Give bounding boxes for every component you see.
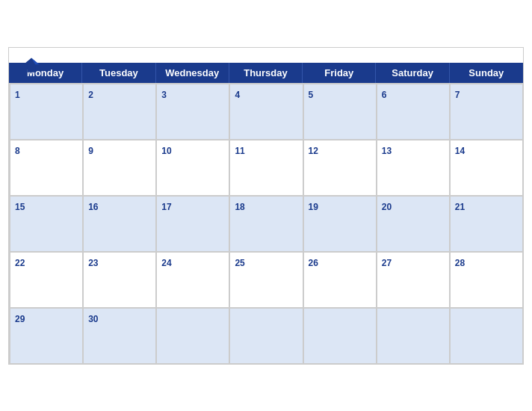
- calendar-cell: 19: [303, 196, 377, 252]
- calendar-cell: 13: [377, 140, 450, 196]
- calendar-cell: 7: [450, 84, 523, 140]
- day-headers: Monday Tuesday Wednesday Thursday Friday…: [9, 63, 523, 83]
- cell-date-number: 26: [309, 258, 318, 268]
- cell-date-number: 8: [15, 146, 20, 156]
- calendar-cell: 6: [377, 84, 450, 140]
- cell-date-number: 20: [382, 202, 392, 212]
- calendar-cell: 29: [10, 308, 83, 364]
- calendar-grid: 1234567891011121314151617181920212223242…: [9, 83, 523, 364]
- cell-date-number: 30: [88, 314, 98, 324]
- calendar-cell: [156, 308, 229, 364]
- calendar-cell: 23: [83, 252, 156, 308]
- day-thursday: Thursday: [229, 63, 303, 83]
- calendar-cell: 11: [229, 140, 303, 196]
- svg-marker-0: [24, 58, 40, 72]
- cell-date-number: 11: [235, 146, 244, 156]
- cell-date-number: 12: [309, 146, 318, 156]
- calendar-cell: 28: [450, 252, 523, 308]
- calendar-cell: 22: [10, 252, 83, 308]
- calendar-cell: 18: [229, 196, 303, 252]
- calendar-cell: 2: [83, 84, 156, 140]
- calendar-cell: [450, 308, 523, 364]
- cell-date-number: 4: [235, 90, 240, 100]
- calendar-cell: 25: [229, 252, 303, 308]
- day-wednesday: Wednesday: [156, 63, 229, 83]
- cell-date-number: 5: [309, 90, 314, 100]
- cell-date-number: 16: [88, 202, 98, 212]
- cell-date-number: 27: [382, 258, 392, 268]
- calendar-header: [9, 48, 523, 63]
- calendar-cell: 15: [10, 196, 83, 252]
- calendar-cell: 16: [83, 196, 156, 252]
- cell-date-number: 6: [382, 90, 387, 100]
- calendar-cell: 10: [156, 140, 229, 196]
- cell-date-number: 22: [15, 258, 25, 268]
- calendar: Monday Tuesday Wednesday Thursday Friday…: [8, 47, 524, 365]
- day-saturday: Saturday: [376, 63, 449, 83]
- calendar-cell: 5: [303, 84, 377, 140]
- day-friday: Friday: [303, 63, 376, 83]
- cell-date-number: 1: [15, 90, 20, 100]
- day-sunday: Sunday: [450, 63, 523, 83]
- cell-date-number: 29: [15, 314, 25, 324]
- calendar-cell: 4: [229, 84, 303, 140]
- calendar-cell: 20: [377, 196, 450, 252]
- logo-area: [21, 55, 45, 76]
- cell-date-number: 2: [88, 90, 93, 100]
- logo-icon: [21, 55, 42, 76]
- cell-date-number: 18: [235, 202, 244, 212]
- calendar-cell: 17: [156, 196, 229, 252]
- calendar-cell: 1: [10, 84, 83, 140]
- cell-date-number: 25: [235, 258, 244, 268]
- calendar-cell: 21: [450, 196, 523, 252]
- cell-date-number: 14: [455, 146, 465, 156]
- calendar-cell: 8: [10, 140, 83, 196]
- day-monday: Monday: [9, 63, 82, 83]
- cell-date-number: 10: [161, 146, 171, 156]
- calendar-cell: 27: [377, 252, 450, 308]
- calendar-cell: [229, 308, 303, 364]
- cell-date-number: 24: [161, 258, 171, 268]
- calendar-cell: 26: [303, 252, 377, 308]
- calendar-cell: [377, 308, 450, 364]
- day-tuesday: Tuesday: [82, 63, 155, 83]
- cell-date-number: 17: [161, 202, 171, 212]
- calendar-cell: 9: [83, 140, 156, 196]
- cell-date-number: 19: [309, 202, 318, 212]
- cell-date-number: 9: [88, 146, 93, 156]
- cell-date-number: 21: [455, 202, 465, 212]
- calendar-cell: 14: [450, 140, 523, 196]
- calendar-cell: 24: [156, 252, 229, 308]
- calendar-cell: 3: [156, 84, 229, 140]
- cell-date-number: 15: [15, 202, 25, 212]
- cell-date-number: 7: [455, 90, 460, 100]
- calendar-cell: 30: [83, 308, 156, 364]
- cell-date-number: 28: [455, 258, 465, 268]
- cell-date-number: 13: [382, 146, 392, 156]
- calendar-cell: [303, 308, 377, 364]
- cell-date-number: 23: [88, 258, 98, 268]
- calendar-cell: 12: [303, 140, 377, 196]
- cell-date-number: 3: [161, 90, 167, 100]
